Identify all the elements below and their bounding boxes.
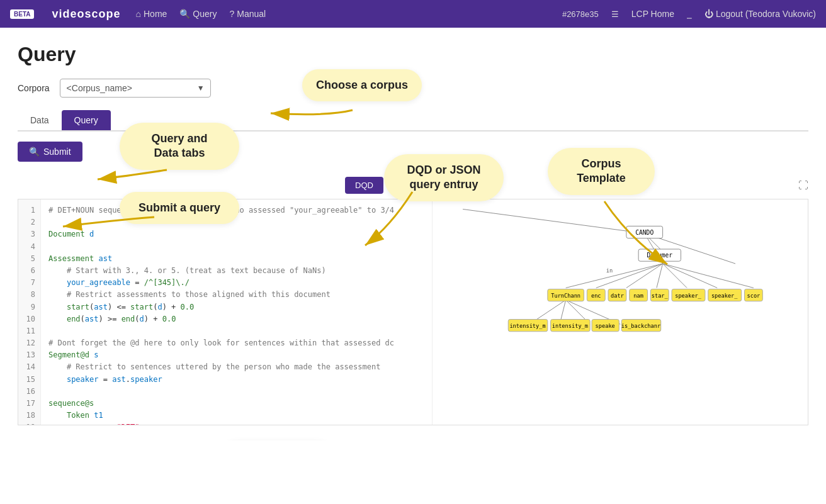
submit-area: 🔍 Submit (18, 132, 808, 172)
tree-svg: CANDO Documer in TurnChann enc datr nam (433, 199, 808, 425)
svg-text:in: in (606, 267, 612, 274)
corpora-row: Corpora <Corpus_name> ▼ (18, 79, 808, 98)
format-tabs-row: DQD JSON ⛶ (18, 172, 808, 199)
nav-lcp[interactable]: LCP Home (631, 9, 674, 19)
line-numbers: 12345 678910 1112131415 1617181920 (18, 199, 41, 425)
fullscreen-button[interactable]: ⛶ (798, 180, 808, 191)
svg-text:speaker_: speaker_ (675, 293, 701, 299)
power-icon: ⏻ (704, 9, 713, 19)
beta-badge: BETA (10, 9, 34, 19)
nav-links: ⌂ Home 🔍 Query ? Manual (136, 9, 547, 19)
svg-text:intensity_m: intensity_m (509, 323, 545, 329)
page-title: Query (18, 43, 808, 66)
nav-logout[interactable]: ⏻ Logout (Teodora Vukovic) (704, 9, 816, 19)
nav-query[interactable]: 🔍 Query (179, 9, 217, 19)
svg-text:is_backchanr: is_backchanr (621, 323, 660, 329)
search-icon: 🔍 (179, 9, 190, 19)
nav-brand: videoscope (52, 8, 120, 21)
svg-text:scor: scor (747, 293, 760, 299)
corpora-label: Corpora (18, 83, 50, 93)
navbar: BETA videoscope ⌂ Home 🔍 Query ? Manual … (0, 0, 826, 28)
editor-area: 12345 678910 1112131415 1617181920 # DET… (18, 199, 808, 425)
tab-data[interactable]: Data (18, 110, 62, 130)
svg-text:speake: speake (595, 323, 614, 329)
submit-button[interactable]: 🔍 Submit (18, 142, 82, 162)
svg-line-0 (463, 209, 645, 233)
submit-icon: 🔍 (29, 147, 40, 157)
nav-separator: ☰ (611, 9, 619, 19)
tab-query[interactable]: Query (62, 110, 111, 130)
svg-text:nam: nam (633, 293, 643, 299)
nav-home[interactable]: ⌂ Home (136, 9, 167, 19)
svg-text:TurnChann: TurnChann (551, 293, 580, 299)
nav-hash: #2678e35 (562, 9, 599, 19)
main-content: Query Corpora <Corpus_name> ▼ Data Query… (0, 28, 826, 440)
svg-text:star_: star_ (651, 293, 668, 299)
svg-line-10 (662, 264, 753, 288)
corpus-select[interactable]: <Corpus_name> (60, 79, 211, 98)
svg-text:Documer: Documer (647, 252, 672, 259)
svg-text:speaker_: speaker_ (711, 293, 737, 299)
nav-right: #2678e35 ☰ LCP Home ⎯ ⏻ Logout (Teodora … (562, 9, 816, 19)
svg-text:datr: datr (611, 293, 624, 299)
nav-separator2: ⎯ (687, 9, 692, 19)
home-icon: ⌂ (136, 9, 141, 19)
tabs-row: Data Query (18, 110, 808, 132)
svg-line-4 (565, 264, 662, 288)
svg-text:CANDO: CANDO (635, 229, 653, 236)
format-tab-dqd[interactable]: DQD (345, 177, 383, 194)
format-tabs: DQD JSON (345, 172, 431, 199)
svg-line-8 (662, 264, 686, 288)
code-editor[interactable]: # DET+NOUN sequences uttered by someone … (41, 199, 432, 425)
svg-text:enc: enc (591, 293, 601, 299)
nav-manual[interactable]: ? Manual (229, 9, 266, 19)
format-tab-json[interactable]: JSON (388, 177, 431, 194)
svg-text:intensity_m: intensity_m (552, 323, 587, 329)
help-icon: ? (229, 9, 234, 19)
corpus-select-wrapper: <Corpus_name> ▼ (60, 79, 211, 98)
tree-visualization: CANDO Documer in TurnChann enc datr nam (432, 199, 808, 425)
